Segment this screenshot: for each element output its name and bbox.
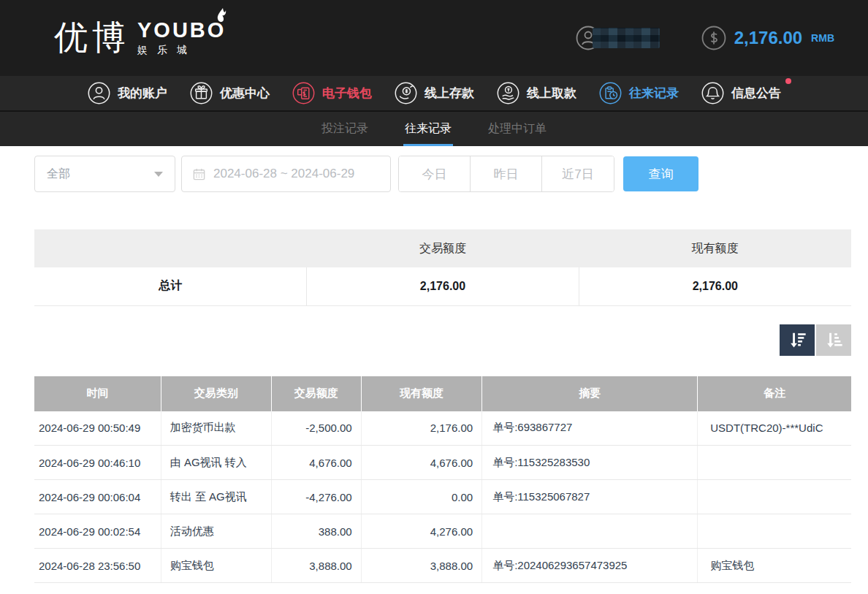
summary-transaction-total: 2,176.00 [307, 267, 579, 305]
sort-asc-icon [823, 330, 844, 350]
cell-amount: 388.00 [271, 514, 361, 549]
nav-item-promotions[interactable]: 优惠中心 [189, 81, 270, 105]
sub-nav: 投注记录 往来记录 处理中订单 [0, 110, 868, 146]
wallet-icon [292, 81, 316, 105]
cell-balance: 0.00 [361, 480, 481, 514]
cell-remark [698, 446, 851, 480]
sort-ascending-button[interactable] [816, 324, 851, 356]
cell-balance: 4,276.00 [361, 514, 481, 549]
table-row: 2024-06-29 00:50:49 加密货币出款 -2,500.00 2,1… [34, 411, 851, 446]
site-logo[interactable]: 优博 YOUBO 娱乐城 [54, 15, 226, 61]
tab-label: 往来记录 [405, 121, 452, 137]
table-row: 2024-06-29 00:02:54 活动优惠 388.00 4,276.00 [34, 514, 851, 549]
cell-summary: 单号:115325067827 [482, 480, 698, 514]
balance-amount: 2,176.00 [734, 28, 802, 48]
col-balance: 现有额度 [361, 376, 481, 411]
main-content: 全部 2024-06-28 ~ 2024-06-29 今日 昨日 近7日 查询 [34, 156, 851, 583]
nav-item-e-wallet[interactable]: 电子钱包 [292, 81, 372, 105]
summary-table: 交易额度 现有额度 总计 2,176.00 2,176.00 [34, 229, 851, 306]
tab-processing-orders[interactable]: 处理中订单 [487, 112, 548, 146]
summary-current-total: 2,176.00 [579, 267, 851, 305]
nav-item-announcements[interactable]: 信息公告 [701, 81, 781, 105]
deposit-icon [394, 81, 418, 105]
main-nav: 我的账户 优惠中心 电子钱包 线上存款 [0, 76, 868, 110]
cell-type: 由 AG视讯 转入 [161, 446, 271, 480]
summary-header-empty [34, 229, 307, 267]
summary-total-label: 总计 [34, 267, 307, 305]
nav-label: 优惠中心 [220, 85, 270, 102]
cell-remark: USDT(TRC20)-***UdiC [698, 411, 851, 446]
calendar-icon [192, 167, 206, 181]
username-blurred [593, 28, 660, 48]
nav-label: 我的账户 [118, 85, 167, 102]
cell-remark: 购宝钱包 [698, 549, 851, 583]
cell-remark [698, 480, 851, 514]
nav-item-online-deposit[interactable]: 线上存款 [394, 81, 474, 105]
quick-date-group: 今日 昨日 近7日 [398, 156, 614, 192]
flame-icon [213, 7, 229, 26]
gift-icon [189, 81, 213, 105]
balance-currency: RMB [811, 32, 834, 44]
nav-label: 线上取款 [527, 85, 576, 102]
query-button[interactable]: 查询 [623, 156, 698, 191]
cell-type: 转出 至 AG视讯 [161, 480, 271, 514]
balance-display[interactable]: 2,176.00 RMB [701, 25, 834, 51]
logo-sub-text: 娱乐城 [137, 44, 226, 57]
cell-balance: 2,176.00 [361, 411, 481, 446]
cell-type: 加密货币出款 [161, 411, 271, 446]
summary-total-row: 总计 2,176.00 2,176.00 [34, 267, 851, 305]
col-type: 交易类别 [161, 376, 271, 411]
tab-label: 处理中订单 [488, 121, 547, 137]
cell-summary: 单号:202406293657473925 [482, 549, 698, 583]
cell-type: 活动优惠 [161, 514, 271, 549]
cell-summary [482, 514, 698, 549]
cell-time: 2024-06-29 00:02:54 [34, 514, 161, 549]
nav-label: 信息公告 [731, 85, 781, 102]
withdraw-icon [496, 81, 520, 105]
yesterday-button[interactable]: 昨日 [471, 156, 542, 191]
logo-cn-text: 优博 [54, 15, 130, 61]
summary-header-current: 现有额度 [579, 229, 851, 267]
tab-label: 投注记录 [321, 121, 368, 137]
active-tab-underline [403, 144, 453, 146]
cell-balance: 3,888.00 [361, 549, 481, 583]
last7days-button[interactable]: 近7日 [542, 156, 614, 191]
col-summary: 摘要 [482, 376, 698, 411]
nav-item-my-account[interactable]: 我的账户 [87, 81, 167, 105]
cell-amount: -4,276.00 [271, 480, 361, 514]
nav-label: 往来记录 [629, 85, 679, 102]
summary-header-row: 交易额度 现有额度 [34, 229, 851, 267]
top-header: 优博 YOUBO 娱乐城 2,176.00 RMB [0, 0, 868, 76]
cell-amount: 3,888.00 [271, 549, 361, 583]
nav-item-transaction-records[interactable]: 往来记录 [598, 81, 679, 105]
cell-time: 2024-06-29 00:50:49 [34, 411, 161, 446]
date-range-value: 2024-06-28 ~ 2024-06-29 [213, 167, 354, 181]
account-icon [87, 81, 111, 105]
records-icon [598, 81, 623, 105]
cell-amount: 4,676.00 [271, 446, 361, 480]
sort-desc-icon [787, 330, 807, 350]
col-time: 时间 [34, 376, 161, 411]
user-account[interactable] [575, 25, 660, 51]
cell-time: 2024-06-28 23:56:50 [34, 549, 161, 583]
cell-balance: 4,676.00 [361, 446, 481, 480]
sort-descending-button[interactable] [780, 324, 815, 356]
date-range-input[interactable]: 2024-06-28 ~ 2024-06-29 [181, 156, 391, 192]
notification-badge [785, 78, 791, 84]
col-amount: 交易额度 [271, 376, 361, 411]
sort-controls [34, 324, 851, 356]
cell-summary: 单号:693867727 [482, 411, 698, 446]
col-remark: 备注 [698, 376, 851, 411]
table-row: 2024-06-29 00:06:04 转出 至 AG视讯 -4,276.00 … [34, 480, 851, 514]
today-button[interactable]: 今日 [399, 156, 471, 191]
tab-transaction-records[interactable]: 往来记录 [403, 112, 453, 146]
type-select[interactable]: 全部 [34, 156, 175, 192]
filter-row: 全部 2024-06-28 ~ 2024-06-29 今日 昨日 近7日 查询 [34, 156, 851, 192]
chevron-down-icon [154, 172, 163, 177]
cell-type: 购宝钱包 [161, 549, 271, 583]
cell-time: 2024-06-29 00:06:04 [34, 480, 161, 514]
cell-time: 2024-06-29 00:46:10 [34, 446, 161, 480]
tab-bet-records[interactable]: 投注记录 [320, 112, 370, 146]
nav-label: 线上存款 [425, 85, 474, 102]
nav-item-online-withdrawal[interactable]: 线上取款 [496, 81, 576, 105]
